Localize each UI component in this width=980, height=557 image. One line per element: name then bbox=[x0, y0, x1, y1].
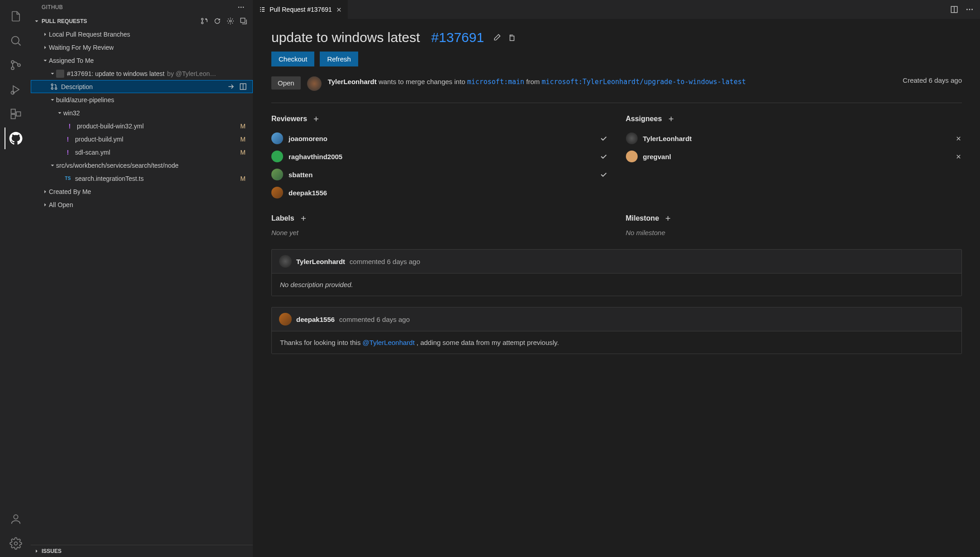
add-label-icon[interactable] bbox=[300, 215, 307, 222]
reviewer-row[interactable]: deepak1556 bbox=[271, 184, 608, 202]
remove-icon[interactable] bbox=[955, 153, 962, 160]
svg-point-9 bbox=[14, 542, 18, 545]
avatar bbox=[271, 151, 283, 162]
svg-point-18 bbox=[51, 88, 53, 90]
reviewers-heading: Reviewers bbox=[271, 115, 307, 123]
tree-description[interactable]: Description bbox=[31, 80, 253, 93]
run-debug-icon[interactable] bbox=[5, 79, 26, 100]
reviewer-row[interactable]: raghavthind2005 bbox=[271, 147, 608, 165]
comment-body: No description provided. bbox=[272, 273, 961, 296]
status-modified: M bbox=[240, 175, 253, 182]
chevron-down-icon bbox=[56, 110, 63, 116]
tree-folder-src[interactable]: src/vs/workbench/services/search/test/no… bbox=[31, 159, 253, 172]
create-pr-icon[interactable] bbox=[200, 17, 208, 25]
list-icon bbox=[259, 6, 266, 13]
source-control-icon[interactable] bbox=[5, 54, 26, 76]
gear-icon[interactable] bbox=[227, 17, 234, 25]
assignee-row[interactable]: TylerLeonhardt bbox=[626, 129, 962, 147]
tab-pull-request[interactable]: Pull Request #137691 bbox=[253, 0, 348, 19]
section-label: PULL REQUESTS bbox=[42, 18, 87, 24]
tree-group-all-open[interactable]: All Open bbox=[31, 198, 253, 211]
pr-title: update to windows latest #137691 bbox=[271, 30, 484, 45]
tree-pr-item[interactable]: #137691: update to windows latest by @Ty… bbox=[31, 67, 253, 80]
tree-folder-build[interactable]: build/azure-pipelines bbox=[31, 93, 253, 106]
section-pull-requests[interactable]: PULL REQUESTS bbox=[31, 14, 253, 28]
tree-file[interactable]: ! product-build-win32.yml M bbox=[31, 119, 253, 132]
pr-number[interactable]: #137691 bbox=[431, 30, 484, 45]
pr-body: update to windows latest #137691 Checkou… bbox=[253, 19, 980, 557]
tree-group-created[interactable]: Created By Me bbox=[31, 185, 253, 198]
assignee-row[interactable]: gregvanl bbox=[626, 147, 962, 165]
file-icon: ! bbox=[65, 122, 74, 130]
svg-rect-7 bbox=[16, 112, 20, 116]
add-reviewer-icon[interactable] bbox=[312, 115, 320, 123]
search-icon[interactable] bbox=[5, 30, 26, 52]
tab-label: Pull Request #137691 bbox=[270, 6, 332, 13]
avatar bbox=[56, 70, 64, 78]
milestone-block: Milestone No milestone bbox=[626, 214, 962, 236]
chevron-down-icon bbox=[42, 57, 49, 64]
more-icon[interactable] bbox=[966, 5, 974, 14]
go-to-icon[interactable] bbox=[227, 83, 235, 90]
add-assignee-icon[interactable] bbox=[668, 115, 675, 123]
tree-file[interactable]: ! product-build.yml M bbox=[31, 132, 253, 146]
reviewer-row[interactable]: joaomoreno bbox=[271, 129, 608, 147]
assignees-block: Assignees TylerLeonhardt gregvanl bbox=[626, 115, 962, 202]
explorer-icon[interactable] bbox=[5, 5, 26, 27]
status-badge: Open bbox=[271, 76, 301, 90]
check-icon bbox=[600, 152, 608, 160]
section-issues[interactable]: ISSUES bbox=[31, 545, 253, 557]
chevron-right-icon bbox=[42, 44, 49, 51]
extensions-icon[interactable] bbox=[5, 103, 26, 125]
close-icon[interactable] bbox=[336, 6, 342, 13]
tree-file[interactable]: ! sdl-scan.yml M bbox=[31, 146, 253, 159]
split-editor-icon[interactable] bbox=[950, 5, 958, 14]
labels-heading: Labels bbox=[271, 214, 294, 222]
accounts-icon[interactable] bbox=[5, 508, 26, 530]
avatar bbox=[271, 132, 283, 144]
edit-icon[interactable] bbox=[493, 33, 501, 42]
chevron-down-icon bbox=[49, 97, 56, 103]
reviewer-row[interactable]: sbatten bbox=[271, 165, 608, 184]
avatar bbox=[307, 76, 322, 91]
settings-gear-icon[interactable] bbox=[5, 533, 26, 554]
status-modified: M bbox=[240, 123, 253, 130]
section-label: ISSUES bbox=[42, 548, 62, 554]
status-modified: M bbox=[240, 149, 253, 156]
milestone-empty: No milestone bbox=[626, 229, 962, 236]
tree-group-assigned[interactable]: Assigned To Me bbox=[31, 54, 253, 67]
refresh-icon[interactable] bbox=[213, 17, 221, 25]
github-icon[interactable] bbox=[5, 127, 26, 149]
sidebar-title: GITHUB bbox=[42, 4, 63, 10]
sidebar-more-icon[interactable] bbox=[237, 4, 245, 11]
svg-point-19 bbox=[55, 88, 57, 90]
svg-rect-16 bbox=[241, 18, 245, 23]
copy-icon[interactable] bbox=[507, 33, 516, 42]
file-icon: ! bbox=[63, 148, 72, 156]
collapse-icon[interactable] bbox=[240, 17, 247, 25]
tree-group-waiting[interactable]: Waiting For My Review bbox=[31, 41, 253, 54]
svg-point-2 bbox=[11, 67, 14, 70]
split-editor-icon[interactable] bbox=[239, 83, 247, 90]
svg-point-23 bbox=[969, 9, 971, 10]
comment-author[interactable]: TylerLeonhardt bbox=[296, 258, 345, 265]
pr-tree: Local Pull Request Branches Waiting For … bbox=[31, 28, 253, 545]
created-date: Created 6 days ago bbox=[903, 76, 962, 84]
mention[interactable]: @TylerLeonhardt bbox=[363, 339, 415, 346]
add-milestone-icon[interactable] bbox=[664, 215, 672, 222]
comment-author[interactable]: deepak1556 bbox=[296, 316, 335, 323]
svg-point-0 bbox=[12, 37, 19, 44]
svg-point-14 bbox=[201, 22, 203, 24]
avatar bbox=[279, 255, 292, 268]
editor: Pull Request #137691 update to windows l… bbox=[253, 0, 980, 557]
remove-icon[interactable] bbox=[955, 135, 962, 142]
tree-group-local[interactable]: Local Pull Request Branches bbox=[31, 28, 253, 41]
tree-file[interactable]: TS search.integrationTest.ts M bbox=[31, 172, 253, 185]
tree-folder-win32[interactable]: win32 bbox=[31, 106, 253, 119]
refresh-button[interactable]: Refresh bbox=[320, 52, 358, 66]
svg-point-13 bbox=[201, 18, 203, 20]
check-icon bbox=[600, 134, 608, 142]
chevron-down-icon bbox=[49, 162, 56, 169]
pull-request-icon bbox=[49, 83, 58, 90]
checkout-button[interactable]: Checkout bbox=[271, 52, 314, 66]
